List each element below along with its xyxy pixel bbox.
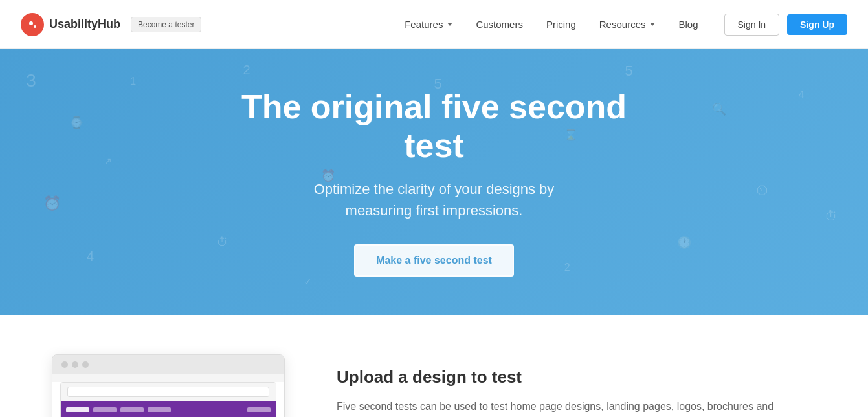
inner-nav-link-1 — [93, 407, 117, 412]
inner-navbar — [61, 401, 276, 417]
browser-topbar — [52, 355, 284, 374]
signup-button[interactable]: Sign Up — [787, 14, 847, 35]
mockup-container: 500,000+ Coupons for 50,000 Stores Shop … — [52, 354, 298, 417]
section-body: Five second tests can be used to test ho… — [337, 398, 816, 417]
browser-body: 500,000+ Coupons for 50,000 Stores Shop … — [52, 382, 284, 417]
features-chevron-icon — [447, 23, 452, 26]
nav-links: Features Customers Pricing Resources Blo… — [405, 19, 698, 30]
deco-4-2: 4 — [799, 89, 805, 101]
nav-blog[interactable]: Blog — [678, 19, 698, 30]
section-title: Upload a design to test — [337, 367, 816, 387]
browser-dot-1 — [61, 361, 68, 368]
deco-timer2: ⏲ — [755, 182, 770, 199]
inner-address-bar — [67, 387, 269, 397]
browser-mockup: 500,000+ Coupons for 50,000 Stores Shop … — [52, 354, 285, 417]
nav-actions: Sign In Sign Up — [724, 14, 847, 36]
nav-resources[interactable]: Resources — [599, 19, 656, 30]
inner-nav-link-3 — [148, 407, 171, 412]
deco-1: 1 — [130, 76, 136, 87]
deco-4-1: 4 — [87, 249, 94, 264]
tester-badge[interactable]: Become a tester — [131, 17, 201, 32]
deco-3-1: 3 — [26, 70, 36, 91]
deco-magnify: 🔍 — [712, 102, 726, 116]
inner-nav-action — [247, 407, 271, 412]
text-content: Upload a design to test Five second test… — [337, 354, 816, 417]
nav-pricing[interactable]: Pricing — [546, 19, 576, 30]
nav-customers[interactable]: Customers — [476, 19, 523, 30]
deco-arrow: ↗ — [104, 156, 112, 166]
hero-content: The original five second test Optimize t… — [208, 88, 661, 277]
deco-clock2: 🕐 — [677, 235, 691, 250]
inner-topbar — [61, 383, 276, 401]
brand-name: UsabilityHub — [49, 17, 120, 31]
deco-clock: ⏰ — [43, 195, 61, 212]
resources-chevron-icon — [650, 23, 655, 26]
inner-nav-link-2 — [120, 407, 144, 412]
inner-browser: 500,000+ Coupons for 50,000 Stores Shop … — [60, 382, 276, 417]
nav-features[interactable]: Features — [405, 19, 452, 30]
hero-section: 3 ⌚ ⏰ 4 1 ↗ 2 ⏱ ✓ 5 🔍 ⏲ 🕐 4 ⏱ ⌛ 2 ⏰ 5 3 … — [0, 49, 868, 315]
navbar: UsabilityHub Become a tester Features Cu… — [0, 0, 868, 49]
cta-button[interactable]: Make a five second test — [354, 244, 514, 277]
deco-check: ✓ — [304, 275, 312, 288]
signin-button[interactable]: Sign In — [724, 14, 780, 36]
logo-icon — [21, 13, 44, 36]
hero-title: The original five second test — [208, 88, 661, 166]
hero-subtitle: Optimize the clarity of your designs bym… — [208, 178, 661, 221]
content-section: 500,000+ Coupons for 50,000 Stores Shop … — [0, 315, 868, 417]
inner-nav-logo — [66, 407, 89, 412]
deco-stopwatch: ⏱ — [825, 209, 838, 224]
deco-watch: ⌚ — [69, 116, 83, 130]
svg-point-2 — [34, 25, 36, 28]
browser-dot-3 — [82, 361, 89, 368]
deco-5-1: 5 — [625, 63, 633, 80]
browser-dot-2 — [72, 361, 78, 368]
deco-2-1: 2 — [243, 63, 250, 78]
svg-point-1 — [29, 21, 33, 25]
logo[interactable]: UsabilityHub — [21, 13, 120, 36]
